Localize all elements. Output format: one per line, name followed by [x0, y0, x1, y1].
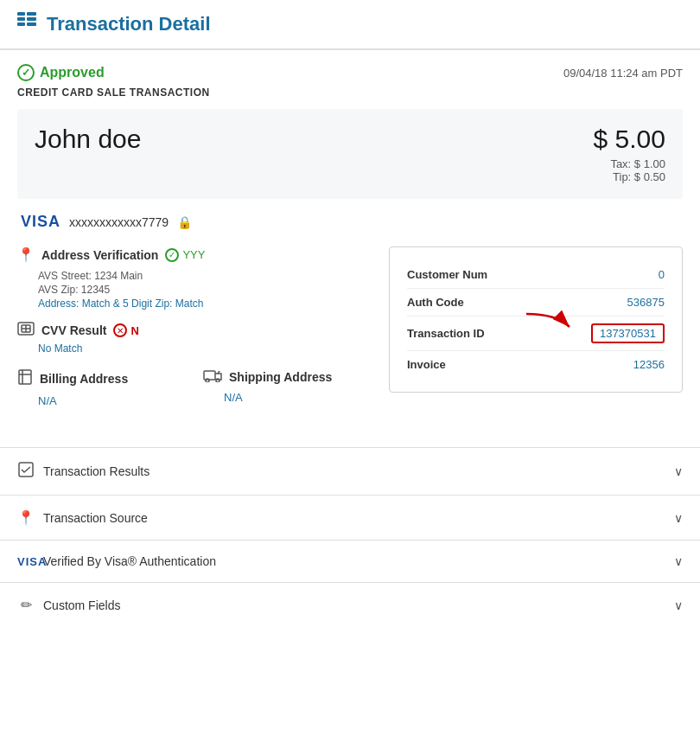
custom-fields-chevron: ∨: [674, 598, 683, 612]
visa-accordion-icon: VISA: [17, 555, 35, 568]
svg-rect-0: [17, 12, 25, 16]
svg-point-14: [206, 379, 209, 382]
details-left: 📍 Address Verification ✓ YYY AVS Street:…: [17, 246, 372, 416]
grid-icon: [17, 12, 36, 36]
customer-num-row: Customer Num 0: [407, 261, 665, 289]
approved-badge: ✓ Approved: [17, 64, 105, 81]
accordion-transaction-source-header[interactable]: 📍 Transaction Source ∨: [0, 496, 700, 540]
customer-num-value: 0: [659, 268, 665, 281]
red-arrow-annotation: [522, 310, 574, 341]
name-amount-card: John doe $ 5.00 Tax: $ 1.00 Tip: $ 0.50: [17, 109, 683, 199]
card-number: xxxxxxxxxxxx7779: [69, 215, 169, 229]
custom-fields-label: Custom Fields: [43, 598, 120, 612]
transaction-results-chevron: ∨: [674, 464, 683, 478]
transaction-source-chevron: ∨: [674, 511, 683, 525]
avs-street: AVS Street: 1234 Main: [38, 270, 372, 282]
info-box: Customer Num 0 Auth Code 536875 Transact…: [389, 246, 683, 393]
cvv-section: CVV Result ✕ N No Match: [17, 322, 372, 355]
transaction-id-label: Transaction ID: [407, 327, 485, 340]
invoice-row: Invoice 12356: [407, 351, 665, 378]
verified-visa-chevron: ∨: [674, 554, 683, 568]
avs-status-value: YYY: [182, 248, 205, 261]
customer-name: John doe: [35, 125, 141, 154]
auth-code-label: Auth Code: [407, 296, 464, 309]
customer-num-label: Customer Num: [407, 268, 487, 281]
verified-visa-label: Verified By Visa® Authentication: [43, 554, 216, 568]
svg-rect-10: [19, 370, 31, 384]
shipping-header: Shipping Address: [203, 368, 372, 386]
avs-match: Address: Match & 5 Digit Zip: Match: [38, 297, 372, 310]
transaction-source-icon: 📍: [17, 509, 35, 526]
approved-icon: ✓: [17, 64, 35, 81]
avs-title: Address Verification: [41, 248, 158, 262]
accordion-custom-fields: ✏ Custom Fields ∨: [0, 582, 700, 627]
transaction-source-label: Transaction Source: [43, 511, 148, 525]
shipping-value: N/A: [203, 391, 372, 404]
cvv-no-match: No Match: [17, 342, 372, 355]
billing-icon: [17, 368, 33, 389]
accordion-transaction-source: 📍 Transaction Source ∨: [0, 495, 700, 540]
svg-rect-3: [27, 17, 36, 21]
svg-rect-5: [27, 22, 36, 26]
transaction-id-value: 137370531: [591, 323, 665, 343]
invoice-label: Invoice: [407, 358, 446, 371]
avs-details: AVS Street: 1234 Main AVS Zip: 12345 Add…: [17, 270, 372, 310]
accordion-left: VISA Verified By Visa® Authentication: [17, 554, 216, 568]
accordion-left: 📍 Transaction Source: [17, 509, 148, 526]
svg-rect-4: [17, 22, 25, 26]
lock-icon: 🔒: [177, 215, 192, 229]
approved-label: Approved: [40, 65, 105, 80]
sub-amounts: Tax: $ 1.00 Tip: $ 0.50: [594, 157, 665, 183]
card-info-row: VISA xxxxxxxxxxxx7779 🔒: [17, 213, 683, 231]
tax-amount: Tax: $ 1.00: [594, 157, 665, 170]
avs-status: ✓ YYY: [165, 248, 205, 262]
tip-amount: Tip: $ 0.50: [594, 170, 665, 183]
status-bar: ✓ Approved 09/04/18 11:24 am PDT: [17, 64, 683, 81]
svg-point-15: [216, 379, 220, 382]
transaction-results-label: Transaction Results: [43, 464, 150, 478]
custom-fields-icon: ✏: [17, 597, 35, 613]
amount-section: $ 5.00 Tax: $ 1.00 Tip: $ 0.50: [594, 125, 665, 183]
transaction-results-icon: [17, 462, 35, 481]
accordion-transaction-results: Transaction Results ∨: [0, 447, 700, 495]
main-content: ✓ Approved 09/04/18 11:24 am PDT CREDIT …: [0, 50, 700, 447]
cvv-x-icon: ✕: [113, 323, 127, 337]
page-header: Transaction Detail: [0, 0, 700, 50]
address-section: Billing Address N/A: [17, 368, 372, 407]
card-brand: VISA: [21, 213, 60, 231]
billing-value: N/A: [17, 394, 186, 407]
billing-header: Billing Address: [17, 368, 186, 389]
svg-rect-13: [204, 371, 215, 380]
accordion-container: Transaction Results ∨ 📍 Transaction Sour…: [0, 447, 700, 627]
billing-address-col: Billing Address N/A: [17, 368, 186, 407]
timestamp: 09/04/18 11:24 am PDT: [563, 67, 683, 80]
avs-header: 📍 Address Verification ✓ YYY: [17, 246, 372, 263]
transaction-type: CREDIT CARD SALE TRANSACTION: [17, 86, 683, 99]
details-grid: 📍 Address Verification ✓ YYY AVS Street:…: [17, 246, 683, 416]
transaction-id-row: Transaction ID 137370531: [407, 317, 665, 351]
avs-zip: AVS Zip: 12345: [38, 284, 372, 296]
transaction-info-box: Customer Num 0 Auth Code 536875 Transact…: [389, 246, 683, 416]
svg-rect-1: [27, 12, 36, 16]
cvv-result: N: [130, 324, 138, 337]
billing-title: Billing Address: [40, 372, 128, 386]
shipping-address-col: Shipping Address N/A: [203, 368, 372, 407]
svg-rect-2: [17, 17, 25, 21]
accordion-custom-fields-header[interactable]: ✏ Custom Fields ∨: [0, 583, 700, 627]
cvv-title: CVV Result: [41, 323, 106, 337]
accordion-transaction-results-header[interactable]: Transaction Results ∨: [0, 448, 700, 495]
main-amount: $ 5.00: [594, 125, 665, 154]
svg-rect-17: [19, 463, 33, 477]
card-chip-icon: [17, 322, 35, 339]
invoice-value: 12356: [633, 358, 665, 371]
check-circle-icon: ✓: [165, 248, 179, 262]
page-title: Transaction Detail: [47, 13, 211, 35]
auth-code-value: 536875: [627, 296, 665, 309]
accordion-left: ✏ Custom Fields: [17, 597, 120, 613]
accordion-verified-visa: VISA Verified By Visa® Authentication ∨: [0, 540, 700, 582]
shipping-title: Shipping Address: [229, 370, 332, 384]
accordion-verified-visa-header[interactable]: VISA Verified By Visa® Authentication ∨: [0, 541, 700, 582]
accordion-left: Transaction Results: [17, 462, 150, 481]
address-verification-section: 📍 Address Verification ✓ YYY AVS Street:…: [17, 246, 372, 310]
shipping-icon: [203, 368, 222, 386]
